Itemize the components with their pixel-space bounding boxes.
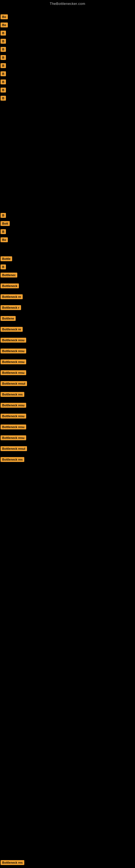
badge-b35: Bottleneck res bbox=[1, 457, 24, 462]
badge-b20: Bottleneck re bbox=[1, 294, 23, 299]
badge-b4: B bbox=[1, 39, 6, 44]
badge-b24: Bottleneck resu bbox=[1, 338, 26, 343]
badge-b2: Bo bbox=[1, 23, 8, 27]
badge-b6: B bbox=[1, 55, 6, 60]
badge-b36: Bottleneck res bbox=[1, 860, 24, 865]
badge-b28: Bottleneck resul bbox=[1, 381, 27, 386]
badge-b32: Bottleneck resu bbox=[1, 425, 26, 429]
badge-b25: Bottleneck resu bbox=[1, 348, 26, 353]
badge-b17: B bbox=[1, 265, 6, 269]
badge-b11: B bbox=[1, 96, 6, 101]
badge-b34: Bottleneck resul bbox=[1, 446, 27, 451]
badge-b9: B bbox=[1, 80, 6, 84]
site-title: TheBottlenecker.com bbox=[0, 0, 135, 7]
badge-b26: Bottleneck resu bbox=[1, 360, 26, 364]
badge-b33: Bottleneck resu bbox=[1, 435, 26, 440]
badge-b10: B bbox=[1, 88, 6, 93]
badge-b27: Bottleneck resu bbox=[1, 370, 26, 375]
badge-b5: B bbox=[1, 47, 6, 52]
badge-b30: Bottleneck resu bbox=[1, 403, 26, 408]
badge-b16: Bottle bbox=[1, 256, 12, 261]
badge-b14: B bbox=[1, 229, 6, 234]
badge-b15: Bo bbox=[1, 237, 8, 242]
badge-b22: Bottlene bbox=[1, 316, 16, 321]
badge-b23: Bottleneck re bbox=[1, 327, 23, 332]
badge-b13: Bott bbox=[1, 221, 10, 226]
badge-b21: Bottleneck r bbox=[1, 305, 21, 310]
badge-b29: Bottleneck res bbox=[1, 392, 24, 397]
badge-b12: B bbox=[1, 213, 6, 218]
badge-b8: B bbox=[1, 71, 6, 76]
badge-b1: Bo bbox=[1, 14, 8, 19]
badge-b18: Bottlenec bbox=[1, 273, 17, 278]
badge-b3: B bbox=[1, 31, 6, 35]
badge-b31: Bottleneck resu bbox=[1, 414, 26, 418]
badge-b7: B bbox=[1, 63, 6, 68]
badge-b19: Bottleneck bbox=[1, 283, 19, 288]
